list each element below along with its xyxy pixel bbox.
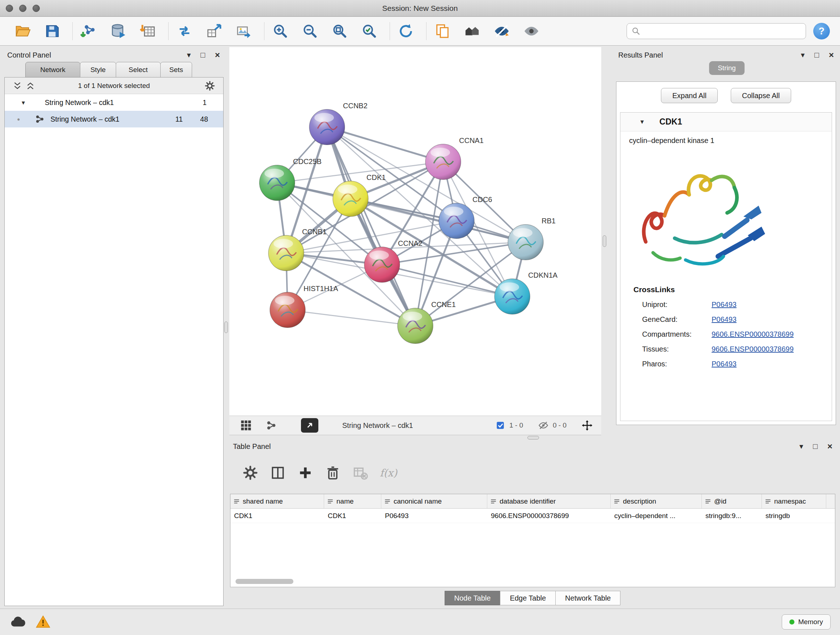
add-column-plus-icon[interactable] — [297, 465, 313, 481]
tab-sets[interactable]: Sets — [160, 62, 192, 78]
network-row-selected[interactable]: ● String Network – cdk1 11 48 — [5, 111, 223, 127]
toolbar-separator — [168, 22, 169, 40]
network-node-hist1h1a[interactable] — [270, 292, 305, 328]
tab-style[interactable]: Style — [80, 62, 116, 78]
help-button[interactable]: ? — [813, 23, 830, 40]
panel-float-icon[interactable]: □ — [201, 51, 205, 59]
panel-float-icon[interactable]: □ — [813, 442, 818, 451]
column-header--id[interactable]: @id — [702, 494, 762, 508]
tab-edge-table[interactable]: Edge Table — [500, 591, 556, 605]
panel-menu-icon[interactable]: ▾ — [799, 442, 804, 451]
panel-menu-icon[interactable]: ▾ — [801, 51, 805, 59]
panel-float-icon[interactable]: □ — [814, 51, 819, 59]
import-table-button[interactable] — [138, 20, 158, 42]
save-session-button[interactable] — [42, 20, 62, 42]
bottom-splitter-handle[interactable] — [527, 436, 539, 440]
column-header-database-identifier[interactable]: database identifier — [487, 494, 611, 508]
crosslink-link[interactable]: P06493 — [712, 301, 737, 309]
crosslink-link[interactable]: 9606.ENSP00000378699 — [712, 345, 794, 353]
network-edge[interactable] — [327, 127, 443, 162]
column-header-canonical-name[interactable]: canonical name — [381, 494, 487, 508]
left-splitter-handle[interactable] — [224, 321, 228, 333]
network-edge[interactable] — [287, 310, 415, 326]
home-view-button[interactable] — [462, 20, 482, 42]
panel-menu-icon[interactable]: ▾ — [187, 51, 191, 59]
network-edge[interactable] — [327, 127, 415, 326]
node-label: HIST1H1A — [303, 285, 338, 293]
copy-style-button[interactable] — [432, 20, 453, 42]
search-field — [627, 23, 806, 39]
network-node-cdkn1a[interactable] — [494, 279, 530, 314]
warning-icon[interactable] — [35, 614, 51, 630]
apply-layout-button[interactable] — [396, 20, 416, 42]
hidden-eye-slash-icon[interactable] — [538, 420, 548, 431]
delete-table-icon — [352, 465, 368, 481]
show-graphics-button[interactable] — [521, 20, 542, 42]
export-image-button[interactable] — [234, 20, 254, 42]
zoom-in-button[interactable] — [270, 20, 291, 42]
tab-string[interactable]: String — [709, 61, 745, 75]
node-details-header[interactable]: ▼ CDK1 — [621, 112, 832, 131]
detach-view-button[interactable] — [301, 418, 318, 432]
horizontal-scrollbar-thumb[interactable] — [235, 579, 294, 584]
network-canvas[interactable]: CCNB2CCNA1CDC25BCDK1CDC6RB1CCNB1CCNA2CDK… — [229, 47, 601, 416]
panel-close-icon[interactable]: × — [827, 441, 832, 451]
expand-all-button[interactable]: Expand All — [661, 88, 718, 103]
import-network-database-button[interactable] — [108, 20, 128, 42]
network-node-ccnb1[interactable] — [268, 235, 304, 271]
collapse-all-button[interactable]: Collapse All — [731, 88, 791, 103]
crosslink-link[interactable]: 9606.ENSP00000378699 — [712, 330, 794, 339]
tab-select[interactable]: Select — [116, 62, 161, 78]
column-header-description[interactable]: description — [611, 494, 702, 508]
memory-button[interactable]: Memory — [782, 614, 831, 630]
new-network-from-selection-button[interactable] — [204, 20, 224, 42]
column-icon — [327, 498, 333, 505]
selected-checkbox-icon[interactable] — [496, 421, 505, 430]
zoom-fit-icon — [332, 23, 348, 40]
crosslink-link[interactable]: P06493 — [712, 360, 737, 368]
node-label: CDK1 — [366, 173, 386, 181]
network-collection-row[interactable]: ▼ String Network – cdk1 1 — [5, 94, 223, 111]
column-header-name[interactable]: name — [324, 494, 381, 508]
network-node-ccne1[interactable] — [398, 308, 433, 344]
open-session-button[interactable] — [12, 20, 33, 42]
column-header-shared-name[interactable]: shared name — [231, 494, 324, 508]
network-node-ccna2[interactable] — [364, 247, 400, 282]
tab-node-table[interactable]: Node Table — [445, 591, 501, 605]
tab-network-table[interactable]: Network Table — [555, 591, 621, 605]
birds-eye-view-icon[interactable] — [238, 417, 254, 433]
table-row[interactable]: CDK1CDK1P064939606.ENSP00000378699cyclin… — [231, 509, 835, 523]
network-node-cdk1[interactable] — [333, 181, 368, 217]
collection-expander-icon[interactable]: ▼ — [21, 100, 26, 106]
tab-network[interactable]: Network — [25, 62, 80, 78]
right-splitter-handle[interactable] — [603, 235, 606, 247]
node-label: CCNE1 — [431, 301, 456, 309]
cloud-icon[interactable] — [9, 614, 26, 630]
zoom-fit-button[interactable] — [330, 20, 350, 42]
hide-selected-button[interactable] — [492, 20, 512, 42]
network-node-ccna1[interactable] — [425, 144, 461, 180]
network-view-counters: 1 - 0 0 - 0 — [496, 420, 592, 431]
details-expander-icon[interactable]: ▼ — [639, 119, 645, 125]
zoom-out-button[interactable] — [300, 20, 320, 42]
network-node-cdc25b[interactable] — [259, 165, 295, 201]
zoom-selected-button[interactable] — [359, 20, 379, 42]
network-overview-icon[interactable] — [264, 417, 279, 433]
gear-icon[interactable] — [204, 80, 215, 91]
network-node-rb1[interactable] — [508, 225, 543, 260]
import-network-file-button[interactable] — [79, 20, 99, 42]
column-header-namespac[interactable]: namespac — [762, 494, 826, 508]
table-toolbar: f(x) — [229, 453, 836, 492]
show-columns-icon[interactable] — [270, 465, 286, 481]
panel-close-icon[interactable]: × — [829, 50, 834, 60]
network-node-ccnb2[interactable] — [309, 109, 345, 145]
crosslink-link[interactable]: P06493 — [712, 315, 737, 324]
network-merge-button[interactable] — [174, 20, 195, 42]
network-node-cdc6[interactable] — [439, 203, 474, 239]
table-settings-gear-icon[interactable] — [242, 465, 258, 481]
panel-close-icon[interactable]: × — [215, 50, 220, 60]
pan-crosshair-icon[interactable] — [582, 420, 592, 431]
delete-column-trash-icon[interactable] — [325, 465, 341, 481]
search-input[interactable] — [644, 27, 801, 35]
table-panel-title: Table Panel — [233, 442, 271, 451]
